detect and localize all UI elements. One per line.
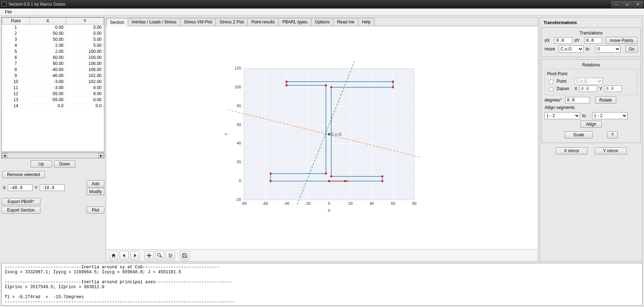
degrees-label: degrees°: [545, 98, 563, 103]
y-mirror-button[interactable]: Y mirror: [595, 147, 627, 154]
scale-button[interactable]: Scale: [564, 131, 593, 138]
svg-point-44: [392, 86, 394, 88]
col-point[interactable]: Point: [2, 18, 30, 24]
dy-input[interactable]: [584, 37, 602, 44]
table-row[interactable]: 8-40.00106.00: [2, 67, 104, 73]
svg-point-45: [392, 81, 394, 83]
svg-text:C.o.G: C.o.G: [331, 132, 342, 136]
svg-point-46: [285, 81, 288, 83]
table-row[interactable]: 660.00100.00: [2, 55, 104, 61]
modify-button[interactable]: Modify: [87, 188, 104, 195]
toolbar-separator: [176, 251, 179, 260]
forward-icon[interactable]: [130, 251, 140, 260]
table-row[interactable]: 11-3.008.00: [2, 85, 104, 91]
rotations-group: Rotations Pivot Point Point C.o.G Datum …: [541, 59, 641, 143]
align-button[interactable]: Allign: [580, 121, 602, 128]
to-label-1: to: [586, 46, 594, 51]
tab-point-results[interactable]: Point results: [247, 18, 279, 26]
svg-text:-20: -20: [235, 197, 241, 202]
svg-text:120: 120: [235, 66, 241, 70]
dx-input[interactable]: [555, 37, 572, 44]
pivot-y-input[interactable]: [604, 86, 622, 92]
align-to-select[interactable]: 1 - 2: [592, 112, 628, 119]
x-label: X: [2, 185, 6, 190]
svg-point-55: [328, 133, 331, 136]
tab-pbarl-types[interactable]: PBARL types: [278, 18, 311, 26]
pivot-point-select[interactable]: C.o.G: [574, 78, 603, 85]
remove-selected-button[interactable]: Remove selected: [2, 171, 45, 178]
x-input[interactable]: [8, 185, 33, 191]
y-input[interactable]: [40, 185, 65, 191]
tab-inertias-loads-stress[interactable]: Inertias / Loads / Stress: [128, 18, 180, 26]
col-x[interactable]: X: [30, 18, 66, 24]
svg-text:60: 60: [237, 122, 241, 127]
help-button[interactable]: ?: [607, 131, 618, 138]
tab-stress-z-plot[interactable]: Stress Z Plot: [215, 18, 248, 26]
svg-point-64: [171, 255, 172, 256]
output-log[interactable]: ------------------------------Inertia ar…: [1, 263, 643, 306]
table-row[interactable]: 10.000.00: [2, 24, 104, 31]
close-button[interactable]: ✕: [633, 1, 643, 7]
tab-section[interactable]: Section: [106, 18, 128, 26]
save-icon[interactable]: [180, 251, 189, 260]
window-titlebar: Sezioni 0.0.1 by Marco Grassi — ▭ ✕: [0, 0, 644, 9]
down-button[interactable]: Down: [54, 160, 75, 168]
svg-point-65: [170, 256, 171, 257]
table-row[interactable]: 42.005.00: [2, 43, 104, 49]
svg-point-50: [269, 172, 272, 175]
pivot-point-radio[interactable]: [549, 80, 553, 84]
points-table[interactable]: Point X Y 10.000.00250.000.00350.005.004…: [1, 17, 104, 152]
plot-button[interactable]: Plot: [87, 207, 104, 214]
align-title: Allign segments: [545, 105, 638, 110]
tab-stress-vm-plot[interactable]: Stress VM Plot: [180, 18, 216, 26]
move-from-select[interactable]: C.o.G: [559, 45, 584, 53]
table-row[interactable]: 52.00100.00: [2, 49, 104, 55]
tab-bar: SectionInertias / Loads / StressStress V…: [106, 17, 538, 26]
export-pbar-button[interactable]: Export PBAR*: [1, 198, 40, 205]
tab-options[interactable]: Options: [311, 18, 333, 26]
svg-text:80: 80: [237, 104, 241, 108]
tab-help[interactable]: Help: [358, 18, 375, 26]
tab-read-me[interactable]: Read me: [333, 18, 358, 26]
dy-label: dY: [574, 38, 582, 43]
up-button[interactable]: Up: [31, 160, 52, 168]
col-y[interactable]: Y: [66, 18, 104, 24]
table-row[interactable]: 13-55.000.00: [2, 97, 104, 103]
pivot-x-input[interactable]: [579, 86, 597, 92]
table-row[interactable]: 10-3.00102.00: [2, 79, 104, 85]
table-hscrollbar[interactable]: ◂ ▸: [1, 153, 104, 158]
minimize-button[interactable]: —: [611, 1, 621, 7]
back-icon[interactable]: [120, 251, 129, 260]
rotate-button[interactable]: Rotate: [595, 97, 616, 104]
svg-point-42: [330, 175, 332, 177]
pan-icon[interactable]: [144, 251, 154, 260]
svg-text:100: 100: [235, 85, 241, 89]
scroll-right-icon[interactable]: ▸: [98, 153, 104, 158]
configure-icon[interactable]: [166, 251, 175, 260]
plot-area[interactable]: -80-60-40-20020406080-20020406080100120X…: [106, 26, 538, 249]
scroll-left-icon[interactable]: ◂: [2, 153, 7, 158]
table-row[interactable]: 760.00106.00: [2, 61, 104, 67]
move-to-select[interactable]: 0: [596, 45, 621, 53]
table-row[interactable]: 9-40.00102.00: [2, 73, 104, 79]
align-from-select[interactable]: 1 - 2: [545, 112, 580, 119]
export-section-button[interactable]: Export Section: [1, 207, 40, 214]
transformations-panel: Transformations Translations dX dY move …: [540, 17, 643, 262]
table-row[interactable]: 12-55.008.00: [2, 91, 104, 97]
table-row[interactable]: 350.005.00: [2, 37, 104, 43]
degrees-input[interactable]: [565, 97, 590, 103]
x-mirror-button[interactable]: X mirror: [556, 147, 588, 154]
svg-rect-67: [183, 256, 186, 257]
home-icon[interactable]: [109, 251, 118, 260]
move-points-button[interactable]: move Points: [606, 37, 638, 44]
table-row[interactable]: 140.00.0: [2, 103, 104, 109]
add-button[interactable]: Add: [87, 180, 104, 187]
to-label-2: to: [582, 113, 590, 118]
go-button[interactable]: Go: [626, 45, 638, 53]
table-row[interactable]: 250.000.00: [2, 31, 104, 37]
pivot-datum-radio[interactable]: [549, 87, 553, 92]
menu-file[interactable]: File: [2, 9, 15, 15]
maximize-button[interactable]: ▭: [622, 1, 632, 7]
zoom-icon[interactable]: [155, 251, 164, 260]
svg-line-59: [160, 256, 162, 258]
